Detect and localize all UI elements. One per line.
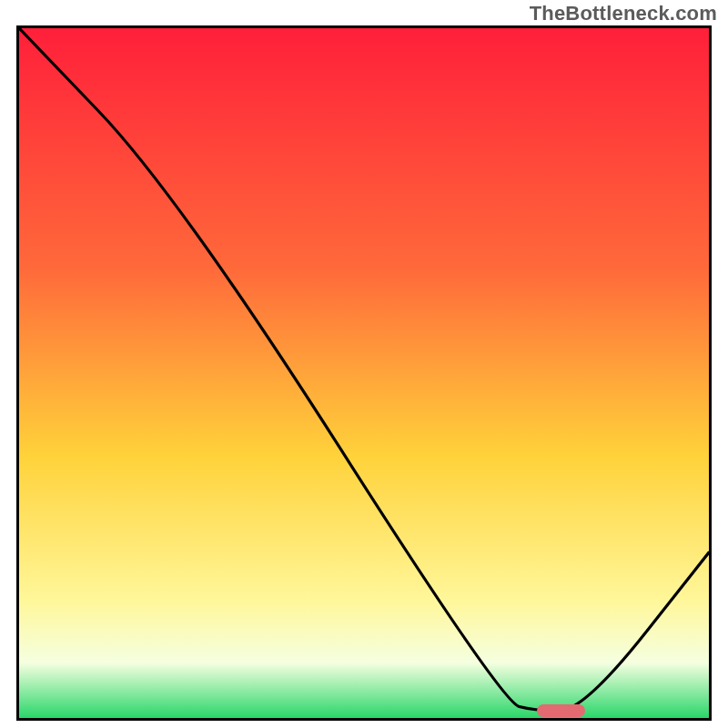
watermark-text: TheBottleneck.com (530, 2, 717, 25)
chart-stage: TheBottleneck.com (0, 0, 728, 728)
plot-frame (16, 25, 712, 721)
bottleneck-curve (19, 28, 709, 718)
optimal-marker (537, 704, 585, 717)
